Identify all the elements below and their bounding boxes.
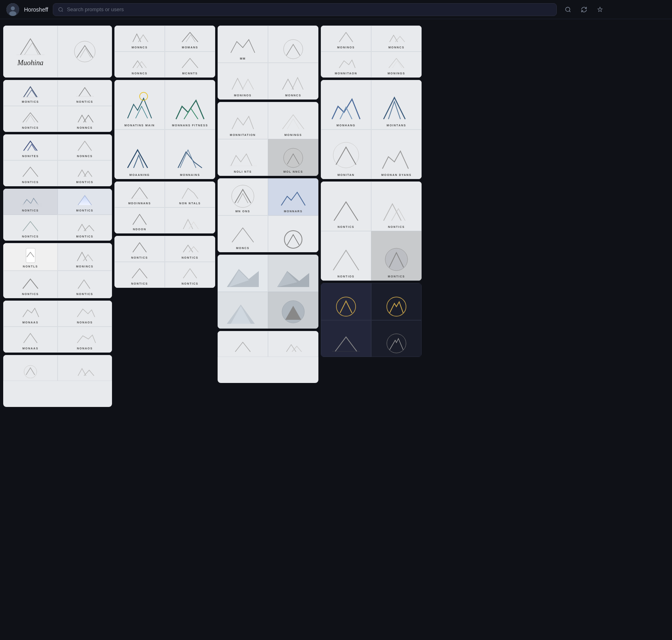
mt-logo-monaas-1 xyxy=(20,304,42,319)
search-icon-inner xyxy=(58,7,64,12)
logo-label-moaaning: MOAANING xyxy=(130,173,150,176)
logo-label-monitan: MONITAN xyxy=(338,173,355,176)
logo-label-montics-4: MONTICS xyxy=(76,235,94,238)
refresh-button[interactable] xyxy=(578,3,590,16)
mt-c2-sketch-3 xyxy=(130,210,150,226)
card-nontls[interactable]: NONTLS MONINCS NONTICS xyxy=(3,243,112,298)
card-sketch-c2[interactable]: MDOINNANS NON NTALS NDOON xyxy=(114,181,215,233)
logo-label-monnans-fitness: MONNANS FITNESS xyxy=(172,124,208,127)
svg-rect-9 xyxy=(20,203,42,207)
logo-label-nonaos-1: NONAOS xyxy=(77,321,93,324)
mt-c4-1 xyxy=(336,29,356,44)
mt-mm-3 xyxy=(229,70,257,92)
mt-photo-2 xyxy=(277,263,309,289)
logo-label-nontios: NONTIOS xyxy=(338,275,354,278)
column-2: MONNCS MOMANS NONNCS xyxy=(114,26,215,407)
logo-label-moncs: MONCS xyxy=(236,247,250,249)
mt-logo-5 xyxy=(20,138,42,153)
mt-c2-1 xyxy=(130,29,150,44)
mt-c2-4 xyxy=(180,55,200,70)
logo-label-mol-nncs: MOL NNCS xyxy=(283,170,303,173)
svg-point-27 xyxy=(333,142,359,168)
card-monhang[interactable]: MONHANG MOINTANS MONITAN xyxy=(321,80,422,179)
mt-photo-3 xyxy=(227,300,259,326)
column-1: Muohina MO xyxy=(3,26,112,407)
svg-point-17 xyxy=(232,185,254,207)
card-moninos-c4[interactable]: MONINOS MONNCS MONNITAON xyxy=(321,26,422,78)
svg-point-32 xyxy=(387,334,406,353)
mt-dark-4 xyxy=(382,332,410,354)
logo-label-nontics-c2b3: NONTICS xyxy=(131,282,148,285)
mt-monhang-1 xyxy=(330,90,362,122)
logo-label-nontics-c2b4: NONTICS xyxy=(182,282,198,285)
logo-label-nontics-1: NONTICS xyxy=(76,100,93,103)
mt-logo-nonaos-1 xyxy=(74,304,96,319)
logo-label-nontics-5: NONTICS xyxy=(22,235,39,238)
card-nonites[interactable]: NONITES NONNCS NONTICS xyxy=(3,134,112,186)
card-bottom-c3[interactable] xyxy=(218,331,318,383)
card-photo-c3[interactable] xyxy=(218,255,318,329)
script-label-1: Muohina xyxy=(18,59,44,67)
logo-label-moninos: MONINOS xyxy=(234,94,252,97)
logo-label-nontics-c4-1: NONTICS xyxy=(338,225,354,228)
logo-label-montics-1: MONTICS xyxy=(22,100,39,103)
card-monncs[interactable]: MONNCS MOMANS NONNCS xyxy=(114,26,215,78)
mt-mn-ons-circ xyxy=(279,227,307,249)
mt-logo-monaas-2 xyxy=(20,330,42,345)
mt-photo-1 xyxy=(227,263,259,289)
card-monaas[interactable]: MONAAS NONAOS MONAAS xyxy=(3,301,112,353)
mt-c4-4 xyxy=(386,55,406,70)
avatar[interactable] xyxy=(6,3,19,16)
card-montics-1[interactable]: MONTICS NONTICS NONTICS xyxy=(3,80,112,132)
mt-c2-b2 xyxy=(180,239,200,255)
mt-logo-7 xyxy=(20,164,42,179)
search-input[interactable] xyxy=(67,6,552,12)
mt-c2-3 xyxy=(130,55,150,70)
logo-label-nonaos-2: NONAOS xyxy=(77,347,93,350)
mt-monnars xyxy=(279,186,307,208)
sparkle-button[interactable] xyxy=(594,3,606,16)
mt-logo-bc2 xyxy=(74,363,96,378)
mt-monings xyxy=(279,110,307,132)
logo-label-monings: MONINGS xyxy=(284,134,302,136)
logo-label-mointans: MOINTANS xyxy=(387,124,406,127)
card-dark-gold[interactable] xyxy=(321,283,422,357)
logo-label-nontics-c4-2: NONTICS xyxy=(388,225,405,228)
logo-label-nonncs-c2: NONNCS xyxy=(132,72,147,75)
logo-label-mn-ons: MN ONS xyxy=(236,210,250,213)
logo-label-monings-c4: MONINGS xyxy=(388,72,405,75)
mt-monitan xyxy=(330,140,362,172)
search-button[interactable] xyxy=(562,3,574,16)
logo-label-non-ntals: NON NTALS xyxy=(179,202,201,205)
logo-label-nonites: NONITES xyxy=(22,155,39,158)
logo-label-monnars: MONNARS xyxy=(284,210,303,213)
mt-c2-sketch-1 xyxy=(130,184,150,200)
column-3: MM MONINOS xyxy=(218,26,318,407)
card-foggy[interactable]: NONTICS MONTICS xyxy=(3,189,112,241)
logo-label-momans: MOMANS xyxy=(182,46,198,49)
svg-point-28 xyxy=(385,248,408,271)
card-monatins[interactable]: MONATINS MAIN MONNANS FITNESS MOAANING xyxy=(114,80,215,179)
card-mm-group[interactable]: MM MONINOS xyxy=(218,26,318,100)
mt-monnitation-1 xyxy=(229,110,257,132)
mountain-sketch-1 xyxy=(12,35,48,59)
svg-point-2 xyxy=(9,11,16,16)
mt-c2-sketch-4 xyxy=(180,215,200,231)
search-bar[interactable] xyxy=(53,3,557,16)
logo-label-mm: MM xyxy=(240,57,246,60)
mt-logo-11 xyxy=(74,248,96,263)
card-nontics-c4[interactable]: NONTICS NONTICS NONTIOS xyxy=(321,181,422,281)
card-sketch[interactable]: Muohina xyxy=(3,26,112,78)
card-mn-ons[interactable]: MN ONS MONNARS MONCS xyxy=(218,178,318,252)
card-bottom-col1[interactable] xyxy=(3,355,112,407)
mt-nontios xyxy=(330,245,362,273)
logo-label-monhang: MONHANG xyxy=(336,124,355,127)
header: Horosheff xyxy=(0,0,672,19)
logo-label-nontics-7: NONTICS xyxy=(76,293,93,295)
logo-label-moonan: MOONAN DYANS xyxy=(381,173,412,176)
logo-label-monncs-c3: MONNCS xyxy=(285,94,301,97)
mt-mm-1 xyxy=(229,34,257,56)
mt-c2-b3 xyxy=(130,265,150,281)
card-nontics-bottom[interactable]: NONTICS NONTICS NONTICS xyxy=(114,236,215,288)
card-monnitation[interactable]: MONNITATION MONINGS NOLI NTS xyxy=(218,102,318,176)
